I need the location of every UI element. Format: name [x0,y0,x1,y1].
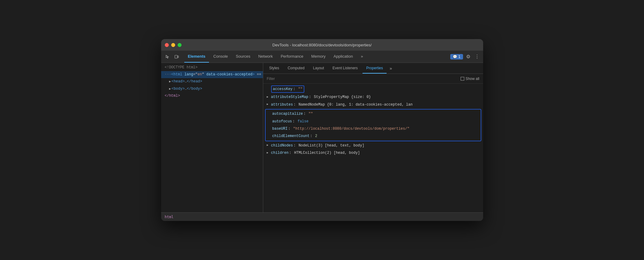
prop-row-baseuri[interactable]: baseURI : "http://localhost:8080/docs/de… [266,125,481,132]
sub-tab-styles[interactable]: Styles [266,63,283,74]
triangle-attributestylemap: ▶ [267,95,270,99]
tab-more[interactable]: » [357,51,366,63]
prop-name-autofocus: autofocus [272,118,292,125]
prop-name-attributes: attributes [271,102,293,108]
prop-value-childelementcount: 2 [313,133,317,139]
triangle-children: ▶ [267,151,270,155]
triangle-spacer-4 [268,127,271,131]
prop-colon-3: : [294,102,296,108]
sub-tab-layout[interactable]: Layout [310,63,328,74]
triangle-spacer-3 [268,119,271,124]
device-toolbar-button[interactable] [173,53,181,61]
prop-row-children[interactable]: ▶ children : HTMLCollection(2) [head, bo… [263,149,483,157]
prop-name-accesskey: accessKey [273,86,293,92]
triangle-spacer [267,87,270,92]
prop-name-childnodes: childNodes [271,143,293,149]
main-tab-list: Elements Console Sources Network Perform… [184,51,449,63]
minimize-button[interactable] [171,43,175,47]
prop-colon-4: : [303,111,306,117]
svg-rect-0 [175,55,177,58]
devtools-toolbar: Elements Console Sources Network Perform… [161,51,483,63]
titlebar: DevTools - localhost:8080/docs/devtools/… [161,39,483,51]
toolbar-right: 💬 1 ⚙ ⋮ [450,52,481,61]
badge-count: 1 [458,55,461,59]
show-all-text: Show all [465,77,479,81]
show-all-checkbox[interactable] [461,77,464,81]
tab-sources[interactable]: Sources [232,51,254,63]
dom-body-tag[interactable]: ▶<body>…</body> [161,85,263,92]
tab-elements[interactable]: Elements [184,51,209,63]
right-panel: Styles Computed Layout Event Listeners P… [263,63,483,212]
tab-performance[interactable]: Performance [277,51,307,63]
prop-row-accesskey[interactable]: accessKey : "" [263,85,483,93]
prop-name-childelementcount: childElementCount [272,133,310,139]
accesskey-highlight: accessKey : "" [271,85,305,93]
traffic-lights [165,43,182,47]
prop-colon-7: : [310,133,312,139]
prop-colon-8: : [294,143,296,149]
prop-row-autocapitalize[interactable]: autocapitalize : "" [266,110,481,117]
show-all-label: Show all [461,77,479,81]
dom-doctype: <!DOCTYPE html> [161,64,263,71]
prop-value-attributes: NamedNodeMap {0: lang, 1: data-cookies-a… [296,102,413,108]
svg-rect-1 [178,56,179,58]
prop-colon: : [293,86,295,92]
tab-network[interactable]: Network [255,51,277,63]
prop-row-attributes[interactable]: ▶ attributes : NamedNodeMap {0: lang, 1:… [263,101,483,108]
prop-value-baseuri: "http://localhost:8080/docs/devtools/dom… [291,126,409,132]
tab-console[interactable]: Console [210,51,232,63]
prop-value-accesskey: "" [296,86,303,92]
prop-value-autofocus: false [295,118,309,125]
sub-tab-event-listeners[interactable]: Event Listeners [329,63,362,74]
dom-html-close: </html> [161,92,263,99]
sub-tabs: Styles Computed Layout Event Listeners P… [263,63,483,74]
tab-application[interactable]: Application [330,51,357,63]
triangle-spacer-2 [268,112,271,116]
close-button[interactable] [165,43,169,47]
devtools-window: DevTools - localhost:8080/docs/devtools/… [161,39,483,221]
prop-name-children: children [271,150,289,156]
sub-tab-more[interactable]: » [388,63,394,74]
select-element-button[interactable] [164,53,172,61]
prop-colon-5: : [292,118,295,125]
prop-row-attributestylemap[interactable]: ▶ attributeStyleMap : StylePropertyMap {… [263,93,483,101]
selection-group: autocapitalize : "" autofocus : false [265,109,481,141]
prop-row-childnodes[interactable]: ▶ childNodes : NodeList(3) [head, text, … [263,142,483,149]
filter-bar: Show all [263,74,483,84]
prop-name-baseuri: baseURI [272,126,288,132]
main-content: <!DOCTYPE html> ···<html lang="en" data-… [161,63,483,212]
dom-html-tag[interactable]: ···<html lang="en" data-cookies-accepted… [161,71,263,78]
chat-icon: 💬 [453,55,457,59]
properties-content: accessKey : "" ▶ attributeStyleMap : Sty… [263,84,483,212]
prop-colon-2: : [309,94,311,100]
prop-name-autocapitalize: autocapitalize [272,111,303,117]
prop-value-attributestylemap: StylePropertyMap {size: 0} [312,94,371,100]
prop-value-childnodes: NodeList(3) [head, text, body] [296,143,364,149]
notifications-badge[interactable]: 💬 1 [450,54,463,60]
sub-tab-properties[interactable]: Properties [363,63,387,74]
sub-tab-computed[interactable]: Computed [284,63,308,74]
prop-row-childelementcount[interactable]: childElementCount : 2 [266,132,481,140]
filter-input[interactable] [267,77,458,81]
triangle-attributes: ▶ [267,102,270,107]
more-options-button[interactable]: ⋮ [473,52,481,61]
triangle-childnodes: ▶ [267,143,270,148]
settings-button[interactable]: ⚙ [465,52,472,61]
dom-panel: <!DOCTYPE html> ···<html lang="en" data-… [161,63,263,212]
dom-breadcrumb-footer: html [161,212,483,221]
tab-memory[interactable]: Memory [308,51,329,63]
dom-head-tag[interactable]: ▶<head>…</head> [161,78,263,85]
breadcrumb-html: html [165,215,174,219]
prop-colon-6: : [288,126,290,132]
prop-colon-9: : [289,150,291,156]
prop-value-children: HTMLCollection(2) [head, body] [292,150,360,156]
prop-row-autofocus[interactable]: autofocus : false [266,118,481,125]
triangle-spacer-5 [268,134,271,139]
window-title: DevTools - localhost:8080/docs/devtools/… [272,43,372,47]
prop-name-attributestylemap: attributeStyleMap [271,94,308,100]
maximize-button[interactable] [178,43,182,47]
toolbar-icons [164,53,181,61]
prop-value-autocapitalize: "" [306,111,313,117]
